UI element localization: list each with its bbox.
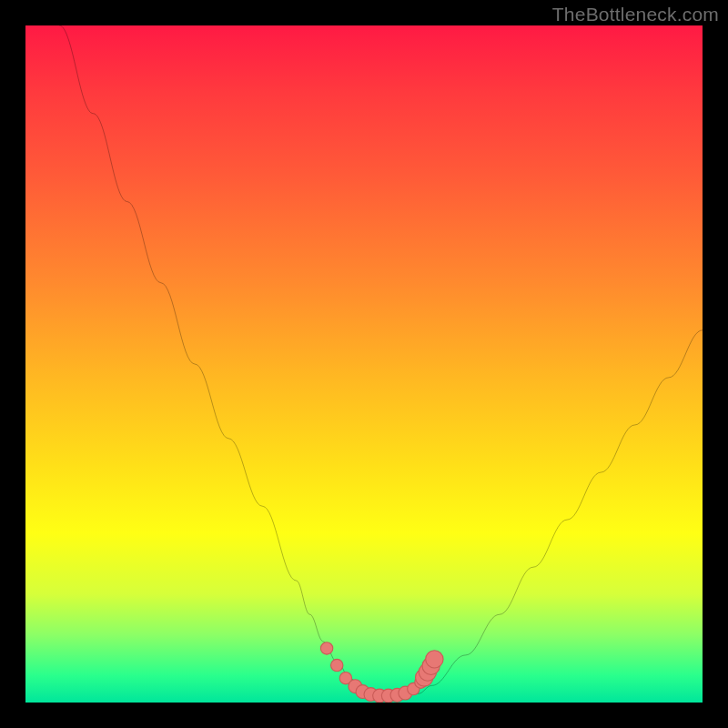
- watermark-text: TheBottleneck.com: [552, 4, 719, 25]
- bottleneck-curve: [59, 25, 703, 696]
- chart-plot-area: [25, 25, 703, 703]
- chart-marker: [320, 642, 332, 654]
- chart-marker: [426, 651, 443, 668]
- chart-markers: [320, 642, 443, 703]
- chart-marker: [331, 659, 343, 671]
- chart-svg: [25, 25, 703, 703]
- chart-frame: TheBottleneck.com: [0, 0, 728, 728]
- chart-curve: [59, 25, 703, 696]
